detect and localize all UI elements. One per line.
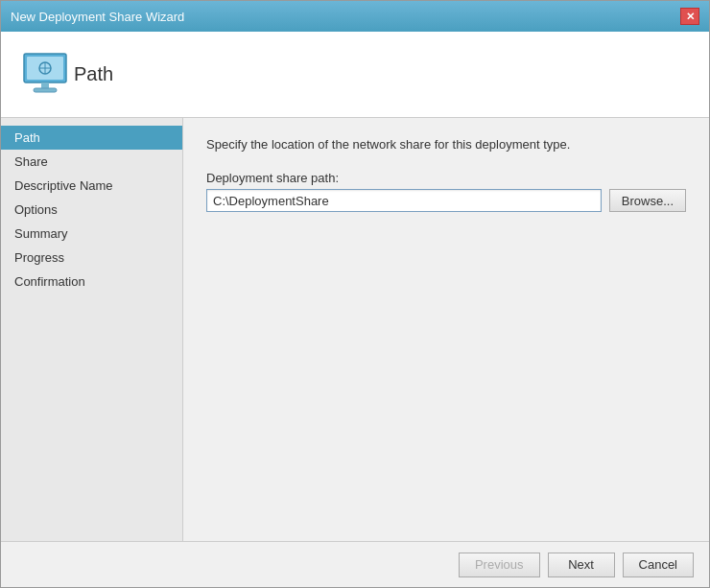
previous-button[interactable]: Previous: [459, 553, 540, 577]
sidebar-item-options[interactable]: Options: [1, 198, 182, 222]
page-title: Path: [74, 63, 113, 85]
path-form-group: Deployment share path: Browse...: [206, 171, 686, 212]
cancel-button[interactable]: Cancel: [623, 553, 694, 577]
path-input[interactable]: [206, 189, 602, 212]
next-button[interactable]: Next: [548, 553, 615, 577]
sidebar-item-descriptive-name[interactable]: Descriptive Name: [1, 174, 182, 198]
window-title: New Deployment Share Wizard: [11, 10, 184, 24]
sidebar: Path Share Descriptive Name Options Summ…: [1, 118, 183, 541]
svg-rect-2: [41, 82, 49, 88]
close-button[interactable]: ✕: [680, 8, 699, 25]
header-icon: [16, 46, 74, 104]
path-label: Deployment share path:: [206, 171, 686, 185]
title-bar: New Deployment Share Wizard ✕: [1, 1, 709, 32]
sidebar-item-path[interactable]: Path: [1, 126, 182, 150]
sidebar-item-confirmation[interactable]: Confirmation: [1, 270, 182, 294]
wizard-window: New Deployment Share Wizard ✕ Path Path: [0, 0, 710, 588]
sidebar-item-summary[interactable]: Summary: [1, 222, 182, 246]
header-area: Path: [1, 32, 709, 118]
browse-button[interactable]: Browse...: [609, 189, 686, 212]
description-text: Specify the location of the network shar…: [206, 137, 686, 152]
sidebar-item-progress[interactable]: Progress: [1, 246, 182, 270]
path-input-row: Browse...: [206, 189, 686, 212]
svg-rect-3: [34, 88, 57, 92]
main-content: Specify the location of the network shar…: [183, 118, 709, 541]
content-area: Path Share Descriptive Name Options Summ…: [1, 118, 709, 541]
footer-area: Previous Next Cancel: [1, 541, 709, 587]
sidebar-item-share[interactable]: Share: [1, 150, 182, 174]
